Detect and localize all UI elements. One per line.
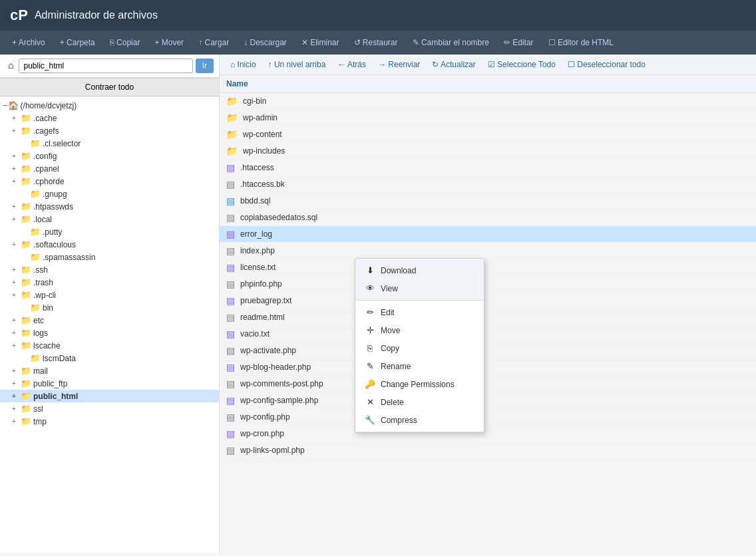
tree-item[interactable]: +📁etc <box>0 314 219 327</box>
tree-item[interactable]: +📁.softaculous <box>0 238 219 251</box>
tree-item[interactable]: +📁.trash <box>0 276 219 289</box>
tree-item[interactable]: 📁lscmData <box>0 352 219 364</box>
tree-item[interactable]: +📁.cagefs <box>0 124 219 137</box>
tree-item[interactable]: +📁.wp-cli <box>0 289 219 301</box>
tree-item[interactable]: +📁.cpanel <box>0 162 219 175</box>
file-name: wp-config-sample.php <box>240 396 318 405</box>
nav-bar: ⌂ Inicio↑ Un nivel arriba← Atrás→ Reenvi… <box>220 55 756 75</box>
tree-toggle: + <box>12 291 19 299</box>
tree-item[interactable]: +📁ssl <box>0 402 219 415</box>
tree-item[interactable]: +📁.config <box>0 150 219 162</box>
tree-item[interactable]: 📁.cl.selector <box>0 137 219 150</box>
file-list-header: Name <box>220 75 756 93</box>
tree-item[interactable]: +📁public_ftp <box>0 377 219 390</box>
tree-item-label: .htpasswds <box>33 202 73 211</box>
up-nav-button[interactable]: ↑ Un nivel arriba <box>264 59 330 70</box>
folder-icon: 📁 <box>30 189 41 199</box>
table-row[interactable]: ▤wp-cron.php <box>220 426 756 442</box>
tree-item[interactable]: 📁.spamassassin <box>0 251 219 263</box>
tree-item[interactable]: +📁logs <box>0 327 219 339</box>
tree-item[interactable]: 📁.putty <box>0 225 219 238</box>
ctx-rename[interactable]: ✎Rename <box>355 357 484 375</box>
table-row[interactable]: 📁cgi-bin <box>220 93 756 110</box>
tree-item[interactable]: +📁.ssh <box>0 263 219 276</box>
file-name: wp-includes <box>243 146 285 156</box>
table-row[interactable]: 📁wp-admin <box>220 110 756 126</box>
tree-item[interactable]: +📁.cache <box>0 112 219 124</box>
table-row[interactable]: 📁wp-content <box>220 126 756 143</box>
context-menu-bottom-section: ✏Edit✛Move⎘Copy✎Rename🔑Change Permission… <box>355 301 484 432</box>
folder-icon: 📁 <box>21 328 31 338</box>
table-row[interactable]: ▤wp-config.php <box>220 409 756 426</box>
tree-item[interactable]: +📁.local <box>0 213 219 225</box>
tree-item-label: .cache <box>33 114 57 123</box>
ctx-edit[interactable]: ✏Edit <box>355 303 484 321</box>
back-nav-button[interactable]: ← Atrás <box>333 59 370 70</box>
new-file-button[interactable]: + Archivo <box>7 36 51 49</box>
new-folder-button[interactable]: + Carpeta <box>55 36 100 49</box>
copy-button[interactable]: ⎘ Copiar <box>104 36 146 49</box>
tree-item-label: .wp-cli <box>33 291 56 300</box>
table-row[interactable]: ▤index.php <box>220 243 756 259</box>
tree-item[interactable]: +📁.htpasswds <box>0 200 219 213</box>
ctx-permissions[interactable]: 🔑Change Permissions <box>355 375 484 393</box>
table-row[interactable]: ▤license.txt <box>220 259 756 276</box>
file-icon: 📁 <box>226 112 238 123</box>
tree-item-label: .ssh <box>33 265 48 275</box>
home-icon[interactable]: ⌂ <box>5 59 16 73</box>
download-button[interactable]: ↓ Descargar <box>238 36 292 49</box>
table-row[interactable]: 📁wp-includes <box>220 143 756 160</box>
ctx-copy[interactable]: ⎘Copy <box>355 339 484 357</box>
tree-item-label: mail <box>33 366 48 376</box>
table-row[interactable]: ▤vacio.txt <box>220 326 756 343</box>
ctx-move[interactable]: ✛Move <box>355 321 484 339</box>
file-name: readme.html <box>240 313 285 322</box>
delete-button[interactable]: ✕ Eliminar <box>296 36 345 49</box>
file-icon: ▤ <box>226 262 235 273</box>
html-editor-button[interactable]: ☐ Editor de HTML <box>543 36 619 49</box>
ctx-compress[interactable]: 🔧Compress <box>355 411 484 429</box>
move-button[interactable]: + Mover <box>149 36 189 49</box>
table-row[interactable]: ▤wp-comments-post.php <box>220 376 756 392</box>
tree-toggle: + <box>12 380 19 387</box>
tree-item[interactable]: 📁bin <box>0 301 219 314</box>
table-row[interactable]: ▤wp-config-sample.php <box>220 392 756 409</box>
ctx-rename-label: Rename <box>381 362 411 371</box>
ctx-view[interactable]: 👁View <box>355 279 484 297</box>
forward-nav-button[interactable]: → Reenviar <box>374 59 424 70</box>
ctx-download[interactable]: ⬇Download <box>355 261 484 279</box>
table-row[interactable]: ▤readme.html <box>220 309 756 326</box>
cpanel-logo: cP <box>10 7 28 24</box>
restore-button[interactable]: ↺ Restaurar <box>349 36 403 49</box>
home-nav-button[interactable]: ⌂ Inicio <box>226 59 260 70</box>
tree-item[interactable]: +📁public_html <box>0 390 219 402</box>
tree-item[interactable]: +📁lscache <box>0 339 219 352</box>
select-all-nav-button[interactable]: ☑ Seleccione Todo <box>484 59 560 70</box>
table-row[interactable]: ▤error_log <box>220 226 756 243</box>
collapse-all-button[interactable]: Contraer todo <box>0 78 219 96</box>
rename-button[interactable]: ✎ Cambiar el nombre <box>407 36 494 49</box>
tree-item[interactable]: +📁mail <box>0 364 219 377</box>
file-name: error_log <box>240 229 272 239</box>
table-row[interactable]: ▤.htaccess <box>220 160 756 176</box>
path-input[interactable] <box>19 59 192 73</box>
table-row[interactable]: ▤pruebagrep.txt <box>220 293 756 309</box>
table-row[interactable]: ▤copiabasededatos.sql <box>220 209 756 226</box>
file-name: .htaccess.bk <box>240 180 285 189</box>
ctx-delete[interactable]: ✕Delete <box>355 393 484 411</box>
tree-item[interactable]: +📁.cphorde <box>0 175 219 188</box>
refresh-nav-button[interactable]: ↻ Actualizar <box>428 59 479 70</box>
tree-item[interactable]: 📁.gnupg <box>0 188 219 200</box>
go-button[interactable]: Ir <box>196 59 214 73</box>
table-row[interactable]: ▤.htaccess.bk <box>220 176 756 193</box>
table-row[interactable]: ▤bbdd.sql <box>220 193 756 209</box>
tree-item[interactable]: −🏠(/home/dcvjetzj) <box>0 99 219 112</box>
upload-button[interactable]: ↑ Cargar <box>193 36 234 49</box>
table-row[interactable]: ▤wp-links-opml.php <box>220 442 756 459</box>
table-row[interactable]: ▤phpinfo.php <box>220 276 756 293</box>
table-row[interactable]: ▤wp-activate.php <box>220 343 756 359</box>
deselect-all-nav-button[interactable]: ☐ Deseleccionar todo <box>564 59 650 70</box>
tree-item[interactable]: +📁tmp <box>0 415 219 428</box>
table-row[interactable]: ▤wp-blog-header.php <box>220 359 756 376</box>
edit-button[interactable]: ✏ Editar <box>498 36 539 49</box>
